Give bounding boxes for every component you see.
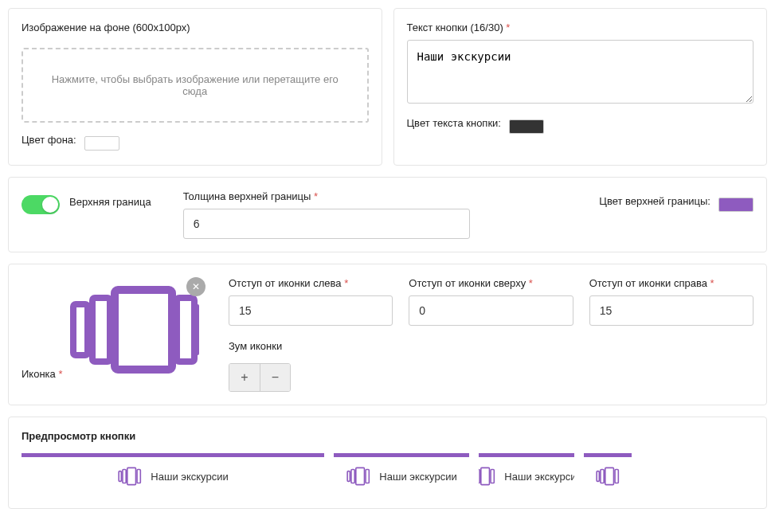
margin-top-input[interactable] xyxy=(409,295,573,326)
preview-button-label: Наши экскурсии xyxy=(151,471,228,483)
minus-icon: − xyxy=(272,370,279,385)
bg-color-swatch[interactable] xyxy=(84,136,119,151)
button-text-color-label: Цвет текста кнопки: xyxy=(407,117,501,129)
icon-settings-card: Иконка ✕ Отступ от иконки слева Зум икон… xyxy=(8,264,767,405)
svg-rect-7 xyxy=(127,467,136,484)
preview-button-label: Наши экскурсии xyxy=(504,471,574,483)
svg-rect-19 xyxy=(605,467,614,484)
zoom-in-button[interactable]: + xyxy=(229,364,260,391)
preview-card: Предпросмотр кнопки Наши экскурсии xyxy=(8,417,767,509)
top-border-toggle[interactable] xyxy=(22,195,60,214)
border-thickness-input[interactable] xyxy=(183,209,470,239)
preview-button-label: Наши экскурсии xyxy=(379,471,456,483)
zoom-group: + − xyxy=(229,363,291,392)
margin-left-label: Отступ от иконки слева xyxy=(229,277,348,289)
button-text-label: Текст кнопки (16/30) xyxy=(407,22,511,33)
cards-icon xyxy=(117,465,143,487)
image-dropzone[interactable]: Нажмите, чтобы выбрать изображение или п… xyxy=(22,48,369,123)
button-text-card: Текст кнопки (16/30) Цвет текста кнопки: xyxy=(393,8,768,166)
margin-right-label: Отступ от иконки справа xyxy=(589,277,714,289)
cards-icon xyxy=(479,465,496,487)
bg-image-card: Изображение на фоне (600х100рх) Нажмите,… xyxy=(8,8,382,166)
svg-rect-9 xyxy=(347,471,350,482)
svg-rect-6 xyxy=(123,469,126,483)
remove-icon-button[interactable]: ✕ xyxy=(186,277,205,296)
button-text-input[interactable] xyxy=(407,40,754,104)
svg-rect-11 xyxy=(356,467,365,484)
top-border-toggle-label: Верхняя граница xyxy=(69,196,151,208)
svg-rect-4 xyxy=(196,304,199,355)
svg-rect-8 xyxy=(137,469,140,483)
cards-icon xyxy=(346,465,371,487)
svg-rect-0 xyxy=(73,304,88,355)
svg-rect-14 xyxy=(479,469,480,483)
border-color-swatch[interactable] xyxy=(718,198,753,212)
svg-rect-20 xyxy=(615,469,618,483)
close-icon: ✕ xyxy=(192,281,200,292)
svg-rect-5 xyxy=(119,471,121,482)
border-thickness-label: Толщина верхней границы xyxy=(183,190,318,202)
margin-left-input[interactable] xyxy=(229,295,393,326)
margin-right-input[interactable] xyxy=(589,295,753,326)
preview-button-small: Наши экскурсии xyxy=(479,453,574,495)
svg-rect-12 xyxy=(366,469,369,483)
svg-rect-3 xyxy=(177,298,194,362)
icon-preview: ✕ xyxy=(65,282,201,377)
svg-rect-15 xyxy=(481,467,490,484)
top-border-card: Верхняя граница Толщина верхней границы … xyxy=(8,177,767,252)
zoom-out-button[interactable]: − xyxy=(260,364,290,391)
svg-rect-18 xyxy=(601,469,604,483)
cards-icon xyxy=(595,465,620,487)
svg-rect-1 xyxy=(92,298,110,362)
svg-rect-16 xyxy=(491,469,494,483)
margin-top-label: Отступ от иконки сверху xyxy=(409,277,533,289)
zoom-label: Зум иконки xyxy=(229,340,282,352)
preview-title: Предпросмотр кнопки xyxy=(22,430,753,442)
svg-rect-17 xyxy=(597,471,599,482)
preview-button-medium: Наши экскурсии xyxy=(334,453,469,495)
svg-rect-10 xyxy=(351,469,354,483)
icon-label: Иконка xyxy=(22,368,62,380)
svg-rect-2 xyxy=(115,290,172,370)
plus-icon: + xyxy=(241,370,248,385)
border-color-label: Цвет верхней границы: xyxy=(599,195,710,207)
preview-button-xsmall xyxy=(584,453,632,495)
preview-button-large: Наши экскурсии xyxy=(22,453,324,495)
button-text-color-swatch[interactable] xyxy=(509,119,544,134)
cards-icon xyxy=(65,282,201,377)
bg-color-label: Цвет фона: xyxy=(22,134,76,146)
bg-image-label: Изображение на фоне (600х100рх) xyxy=(22,22,190,33)
